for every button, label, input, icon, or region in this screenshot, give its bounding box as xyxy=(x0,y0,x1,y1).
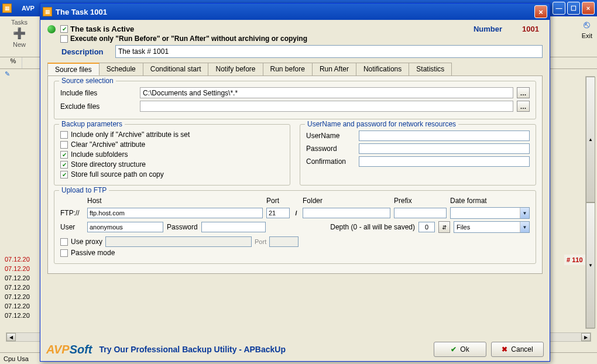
list-date: 07.12.20 xyxy=(5,264,30,273)
files-combo[interactable]: Files▼ xyxy=(454,221,530,233)
use-proxy-checkbox[interactable] xyxy=(60,238,68,246)
chevron-down-icon: ▼ xyxy=(520,222,529,232)
slash-label: / xyxy=(293,210,299,217)
exclude-files-label: Exclude files xyxy=(60,102,136,111)
ftp-user-input[interactable] xyxy=(87,222,163,232)
ftp-host-input[interactable] xyxy=(87,208,263,218)
description-input[interactable] xyxy=(115,45,543,58)
task-dialog: ▦ The Task 1001 × The task is Active Num… xyxy=(40,3,550,362)
tab-conditional-start[interactable]: Conditional start xyxy=(143,63,209,75)
execute-only-checkbox[interactable] xyxy=(60,35,68,43)
new-icon[interactable]: ➕ xyxy=(13,27,26,40)
execute-only-label: Execute only "Run Before" or "Run After"… xyxy=(70,35,307,43)
backup-params-title: Backup parameters xyxy=(59,120,125,128)
scroll-right-icon[interactable]: ▶ xyxy=(581,333,591,341)
opt-label: Store full source path on copy xyxy=(71,170,164,178)
proxy-port-label: Port xyxy=(255,238,266,245)
exclude-browse-button[interactable]: … xyxy=(517,101,530,112)
maximize-button[interactable]: ☐ xyxy=(567,2,580,15)
opt-label: Include subfolders xyxy=(71,150,128,159)
close-button[interactable]: × xyxy=(534,5,547,18)
opt-include-subfolders-checkbox[interactable] xyxy=(60,151,68,159)
host-header: Host xyxy=(87,197,263,205)
row-icon: ✎ xyxy=(5,70,10,78)
ftp-title: Upload to FTP xyxy=(59,186,109,194)
port-header: Port xyxy=(266,197,290,205)
date-format-combo[interactable]: ▼ xyxy=(450,207,530,219)
col-percent: % xyxy=(5,57,22,68)
ftp-scheme-label: FTP:// xyxy=(60,209,84,217)
number-label: Number xyxy=(474,25,502,33)
ok-button[interactable]: ✔Ok xyxy=(434,342,486,357)
status-dot-icon xyxy=(47,25,56,33)
tab-run-before[interactable]: Run before xyxy=(263,63,313,75)
list-date: 07.12.20 xyxy=(5,283,30,292)
include-files-label: Include files xyxy=(60,89,136,97)
ftp-folder-input[interactable] xyxy=(303,208,390,218)
files-combo-value: Files xyxy=(454,224,470,231)
folder-header: Folder xyxy=(303,197,390,205)
ftp-user-label: User xyxy=(60,223,84,231)
number-value: 1001 xyxy=(522,25,539,33)
network-creds-group: UserName and password for network resour… xyxy=(300,124,536,186)
list-date: 07.12.20 xyxy=(5,255,30,264)
opt-label: Clear "Archive" attribute xyxy=(71,140,145,149)
ftp-prefix-input[interactable] xyxy=(394,208,447,218)
exit-icon[interactable]: ⎋ xyxy=(584,19,590,31)
tab-run-after[interactable]: Run After xyxy=(312,63,356,75)
exit-label: Exit xyxy=(582,32,592,39)
ok-label: Ok xyxy=(460,345,469,353)
scroll-left-icon[interactable]: ◀ xyxy=(6,333,16,341)
ftp-group: Upload to FTP Host Port Folder Prefix Da… xyxy=(54,190,536,264)
depth-label: Depth (0 - all will be saved) xyxy=(330,223,415,231)
tab-schedule[interactable]: Schedule xyxy=(99,63,143,75)
list-date: 07.12.20 xyxy=(5,311,30,320)
passive-mode-label: Passive mode xyxy=(71,249,115,257)
scrollbar-vertical[interactable]: ▲ ▼ xyxy=(585,76,595,329)
scroll-down-icon[interactable]: ▼ xyxy=(586,202,595,328)
tab-notify-before[interactable]: Notify before xyxy=(208,63,263,75)
opt-store-dir-structure-checkbox[interactable] xyxy=(60,161,68,169)
source-selection-title: Source selection xyxy=(59,77,116,85)
tabstrip: Source files Schedule Conditional start … xyxy=(47,63,543,76)
tab-source-files[interactable]: Source files xyxy=(47,63,100,75)
exclude-files-input[interactable] xyxy=(140,101,513,112)
ftp-pass-input[interactable] xyxy=(201,222,266,232)
check-icon: ✔ xyxy=(451,345,457,353)
source-selection-group: Source selection Include files … Exclude… xyxy=(54,81,536,119)
minimize-button[interactable]: — xyxy=(553,2,565,15)
proxy-port-input xyxy=(269,236,298,247)
username-input[interactable] xyxy=(359,131,530,141)
tab-notifications[interactable]: Notifications xyxy=(356,63,409,75)
include-files-input[interactable] xyxy=(140,87,513,98)
dialog-footer: AVPSoft Try Our Professional Backup Util… xyxy=(40,338,550,361)
dialog-title: The Task 1001 xyxy=(56,8,534,16)
dateformat-header: Date format xyxy=(450,197,530,205)
ftp-pass-label: Password xyxy=(167,223,198,231)
use-proxy-label: Use proxy xyxy=(71,238,102,246)
depth-input[interactable] xyxy=(418,222,435,232)
tab-statistics[interactable]: Statistics xyxy=(409,63,452,75)
main-close-button[interactable]: × xyxy=(582,2,595,15)
prefix-header: Prefix xyxy=(394,197,447,205)
passive-mode-checkbox[interactable] xyxy=(60,249,68,257)
opt-clear-archive-checkbox[interactable] xyxy=(60,141,68,149)
proxy-host-input xyxy=(105,236,252,247)
opt-label: Store directory structure xyxy=(71,160,146,169)
opt-archive-attr-checkbox[interactable] xyxy=(60,131,68,139)
password-input[interactable] xyxy=(359,143,530,154)
dialog-titlebar[interactable]: ▦ The Task 1001 × xyxy=(40,4,550,20)
opt-store-full-path-checkbox[interactable] xyxy=(60,171,68,178)
include-browse-button[interactable]: … xyxy=(517,87,530,98)
active-checkbox[interactable] xyxy=(60,25,68,33)
list-date: 07.12.20 xyxy=(5,301,30,311)
active-label: The task is Active xyxy=(70,25,134,33)
cancel-button[interactable]: ✖Cancel xyxy=(491,342,544,357)
confirmation-input[interactable] xyxy=(359,156,530,167)
ftp-port-input[interactable] xyxy=(266,208,290,218)
confirmation-label: Confirmation xyxy=(306,157,359,166)
app-icon: ▦ xyxy=(2,4,12,13)
scroll-up-icon[interactable]: ▲ xyxy=(586,77,595,202)
new-label: New xyxy=(13,41,26,48)
depth-action-button[interactable]: ⇵ xyxy=(438,221,450,233)
